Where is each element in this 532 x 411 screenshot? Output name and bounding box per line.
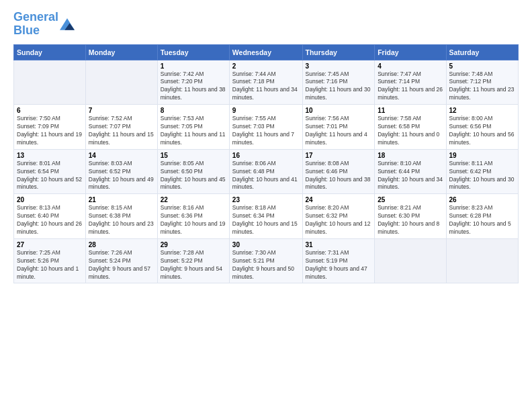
- calendar-cell: 5Sunrise: 7:48 AMSunset: 7:12 PMDaylight…: [446, 60, 518, 105]
- day-info: Sunrise: 8:20 AMSunset: 6:32 PMDaylight:…: [306, 204, 372, 236]
- calendar-cell: 23Sunrise: 8:18 AMSunset: 6:34 PMDayligh…: [229, 194, 302, 239]
- calendar-cell: [14, 60, 86, 105]
- day-header: Friday: [375, 44, 446, 60]
- day-number: 5: [449, 62, 515, 70]
- day-info: Sunrise: 8:10 AMSunset: 6:44 PMDaylight:…: [378, 160, 443, 192]
- calendar-cell: 18Sunrise: 8:10 AMSunset: 6:44 PMDayligh…: [375, 149, 446, 194]
- calendar-cell: 28Sunrise: 7:26 AMSunset: 5:24 PMDayligh…: [85, 238, 157, 283]
- calendar-cell: 21Sunrise: 8:15 AMSunset: 6:38 PMDayligh…: [85, 194, 157, 239]
- day-number: 1: [161, 62, 226, 70]
- day-info: Sunrise: 7:45 AMSunset: 7:16 PMDaylight:…: [306, 71, 372, 103]
- calendar-cell: 10Sunrise: 7:56 AMSunset: 7:01 PMDayligh…: [302, 105, 375, 150]
- day-number: 18: [378, 152, 443, 159]
- calendar-week-row: 27Sunrise: 7:25 AMSunset: 5:26 PMDayligh…: [14, 238, 519, 283]
- calendar-week-row: 20Sunrise: 8:13 AMSunset: 6:40 PMDayligh…: [14, 194, 519, 239]
- day-number: 28: [89, 241, 154, 248]
- calendar-cell: 26Sunrise: 8:23 AMSunset: 6:28 PMDayligh…: [446, 194, 518, 239]
- day-info: Sunrise: 8:21 AMSunset: 6:30 PMDaylight:…: [378, 204, 443, 236]
- calendar-header-row: SundayMondayTuesdayWednesdayThursdayFrid…: [14, 44, 519, 60]
- calendar-cell: [375, 238, 446, 283]
- day-info: Sunrise: 8:00 AMSunset: 6:56 PMDaylight:…: [449, 115, 515, 147]
- page: General Blue SundayMondayTuesdayWednesda…: [0, 0, 532, 411]
- calendar-cell: 8Sunrise: 7:53 AMSunset: 7:05 PMDaylight…: [157, 105, 229, 150]
- header: General Blue: [13, 11, 519, 38]
- day-number: 17: [306, 152, 372, 159]
- day-info: Sunrise: 8:13 AMSunset: 6:40 PMDaylight:…: [17, 204, 83, 236]
- day-header: Monday: [85, 44, 157, 60]
- day-number: 19: [449, 152, 515, 159]
- day-number: 30: [232, 241, 300, 248]
- day-info: Sunrise: 8:15 AMSunset: 6:38 PMDaylight:…: [89, 204, 154, 236]
- day-number: 9: [232, 107, 300, 114]
- calendar-week-row: 6Sunrise: 7:50 AMSunset: 7:09 PMDaylight…: [14, 105, 519, 150]
- day-info: Sunrise: 8:01 AMSunset: 6:54 PMDaylight:…: [17, 160, 83, 192]
- calendar-cell: [85, 60, 157, 105]
- day-info: Sunrise: 8:05 AMSunset: 6:50 PMDaylight:…: [161, 160, 226, 192]
- day-header: Saturday: [446, 44, 518, 60]
- day-number: 15: [161, 152, 226, 159]
- calendar-cell: 16Sunrise: 8:06 AMSunset: 6:48 PMDayligh…: [229, 149, 302, 194]
- calendar-cell: 31Sunrise: 7:31 AMSunset: 5:19 PMDayligh…: [302, 238, 375, 283]
- day-info: Sunrise: 8:06 AMSunset: 6:48 PMDaylight:…: [232, 160, 300, 192]
- day-info: Sunrise: 7:31 AMSunset: 5:19 PMDaylight:…: [306, 249, 372, 281]
- day-info: Sunrise: 8:16 AMSunset: 6:36 PMDaylight:…: [161, 204, 226, 236]
- calendar-cell: 7Sunrise: 7:52 AMSunset: 7:07 PMDaylight…: [85, 105, 157, 150]
- day-number: 2: [232, 62, 300, 70]
- calendar-cell: [446, 238, 518, 283]
- calendar-cell: 15Sunrise: 8:05 AMSunset: 6:50 PMDayligh…: [157, 149, 229, 194]
- day-number: 16: [232, 152, 300, 159]
- calendar-cell: 29Sunrise: 7:28 AMSunset: 5:22 PMDayligh…: [157, 238, 229, 283]
- day-info: Sunrise: 8:18 AMSunset: 6:34 PMDaylight:…: [232, 204, 300, 236]
- day-number: 25: [378, 196, 443, 203]
- calendar-table: SundayMondayTuesdayWednesdayThursdayFrid…: [13, 44, 519, 284]
- day-info: Sunrise: 8:03 AMSunset: 6:52 PMDaylight:…: [89, 160, 154, 192]
- day-number: 10: [306, 107, 372, 114]
- calendar-cell: 6Sunrise: 7:50 AMSunset: 7:09 PMDaylight…: [14, 105, 86, 150]
- calendar-cell: 3Sunrise: 7:45 AMSunset: 7:16 PMDaylight…: [302, 60, 375, 105]
- day-header: Tuesday: [157, 44, 229, 60]
- calendar-cell: 19Sunrise: 8:11 AMSunset: 6:42 PMDayligh…: [446, 149, 518, 194]
- day-number: 4: [378, 62, 443, 70]
- day-number: 13: [17, 152, 83, 159]
- day-number: 26: [449, 196, 515, 203]
- day-info: Sunrise: 7:47 AMSunset: 7:14 PMDaylight:…: [378, 71, 443, 103]
- calendar-cell: 12Sunrise: 8:00 AMSunset: 6:56 PMDayligh…: [446, 105, 518, 150]
- calendar-cell: 24Sunrise: 8:20 AMSunset: 6:32 PMDayligh…: [302, 194, 375, 239]
- day-header: Sunday: [14, 44, 86, 60]
- calendar-week-row: 13Sunrise: 8:01 AMSunset: 6:54 PMDayligh…: [14, 149, 519, 194]
- calendar-cell: 11Sunrise: 7:58 AMSunset: 6:58 PMDayligh…: [375, 105, 446, 150]
- day-number: 22: [161, 196, 226, 203]
- day-header: Thursday: [302, 44, 375, 60]
- day-info: Sunrise: 7:48 AMSunset: 7:12 PMDaylight:…: [449, 71, 515, 103]
- day-info: Sunrise: 7:56 AMSunset: 7:01 PMDaylight:…: [306, 115, 372, 147]
- day-number: 14: [89, 152, 154, 159]
- day-info: Sunrise: 7:28 AMSunset: 5:22 PMDaylight:…: [161, 249, 226, 281]
- calendar-cell: 1Sunrise: 7:42 AMSunset: 7:20 PMDaylight…: [157, 60, 229, 105]
- logo: General Blue: [13, 11, 75, 38]
- day-number: 8: [161, 107, 226, 114]
- day-number: 3: [306, 62, 372, 70]
- calendar-cell: 20Sunrise: 8:13 AMSunset: 6:40 PMDayligh…: [14, 194, 86, 239]
- day-number: 20: [17, 196, 83, 203]
- day-info: Sunrise: 8:08 AMSunset: 6:46 PMDaylight:…: [306, 160, 372, 192]
- day-info: Sunrise: 7:58 AMSunset: 6:58 PMDaylight:…: [378, 115, 443, 147]
- calendar-cell: 17Sunrise: 8:08 AMSunset: 6:46 PMDayligh…: [302, 149, 375, 194]
- calendar-cell: 2Sunrise: 7:44 AMSunset: 7:18 PMDaylight…: [229, 60, 302, 105]
- calendar-cell: 22Sunrise: 8:16 AMSunset: 6:36 PMDayligh…: [157, 194, 229, 239]
- day-info: Sunrise: 7:30 AMSunset: 5:21 PMDaylight:…: [232, 249, 300, 281]
- day-info: Sunrise: 7:42 AMSunset: 7:20 PMDaylight:…: [161, 71, 226, 103]
- calendar-cell: 25Sunrise: 8:21 AMSunset: 6:30 PMDayligh…: [375, 194, 446, 239]
- calendar-cell: 13Sunrise: 8:01 AMSunset: 6:54 PMDayligh…: [14, 149, 86, 194]
- calendar-cell: 30Sunrise: 7:30 AMSunset: 5:21 PMDayligh…: [229, 238, 302, 283]
- day-number: 21: [89, 196, 154, 203]
- day-number: 29: [161, 241, 226, 248]
- day-number: 27: [17, 241, 83, 248]
- calendar-cell: 9Sunrise: 7:55 AMSunset: 7:03 PMDaylight…: [229, 105, 302, 150]
- day-number: 6: [17, 107, 83, 114]
- day-info: Sunrise: 8:23 AMSunset: 6:28 PMDaylight:…: [449, 204, 515, 236]
- day-info: Sunrise: 7:44 AMSunset: 7:18 PMDaylight:…: [232, 71, 300, 103]
- logo-icon: [60, 18, 75, 30]
- day-number: 23: [232, 196, 300, 203]
- logo-text: General Blue: [13, 11, 58, 38]
- day-number: 12: [449, 107, 515, 114]
